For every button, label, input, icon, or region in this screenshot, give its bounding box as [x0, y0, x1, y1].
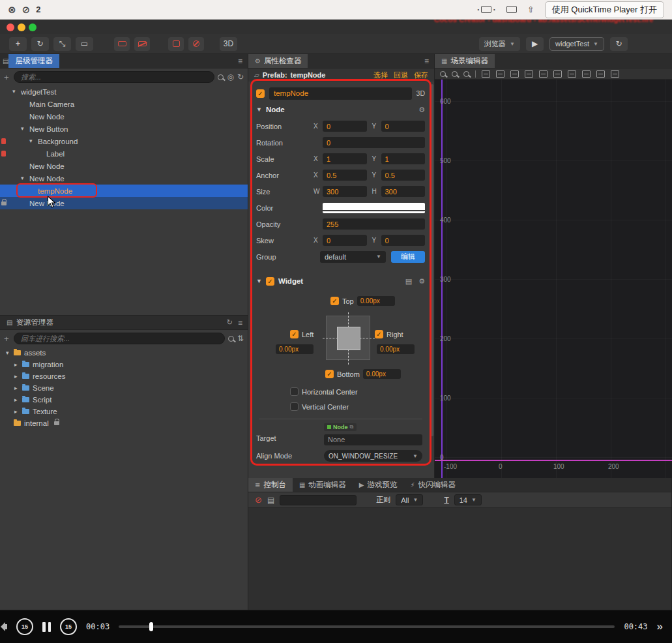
hierarchy-item-new-node[interactable]: New Node: [0, 110, 248, 123]
volume-icon[interactable]: [4, 624, 7, 629]
expand-arrow-icon[interactable]: ▾: [29, 138, 33, 144]
widget-section-header[interactable]: ▼ ✓ Widget ▤ ⚙: [256, 273, 425, 290]
zoom-out-icon[interactable]: [452, 71, 458, 77]
rotation-input[interactable]: [323, 137, 425, 148]
prefab-save-link[interactable]: 保存: [414, 70, 428, 80]
widget-left-input[interactable]: [276, 344, 314, 354]
expand-arrow-icon[interactable]: ▸: [14, 408, 18, 415]
expand-arrow-icon[interactable]: ▾: [12, 88, 16, 95]
asset-item-migration[interactable]: ▸migration: [0, 359, 248, 370]
panel-menu-icon[interactable]: ≡: [238, 318, 242, 327]
assets-search-input[interactable]: [14, 333, 225, 344]
hierarchy-item-widgettest[interactable]: ▾widgetTest: [0, 85, 248, 98]
node-active-checkbox[interactable]: ✓: [256, 89, 265, 98]
scale-tool-button[interactable]: ⤡: [53, 37, 71, 51]
rewind-15-button[interactable]: 15: [16, 618, 33, 635]
display-icon[interactable]: ··: [477, 5, 496, 14]
scale-y-input[interactable]: [381, 153, 426, 164]
expand-arrow-icon[interactable]: ▸: [14, 361, 18, 368]
horizontal-center-checkbox[interactable]: ✓: [290, 387, 299, 396]
inspector-scrollbar[interactable]: [431, 84, 433, 436]
mask-tool-button[interactable]: [134, 37, 150, 51]
forward-15-button[interactable]: 15: [60, 618, 77, 635]
color-swatch[interactable]: [323, 203, 425, 213]
anchor-x-input[interactable]: [323, 170, 367, 181]
tab-scene[interactable]: ▦ 场景编辑器: [435, 54, 495, 68]
search-icon[interactable]: [218, 74, 224, 80]
panel-menu-icon[interactable]: ≡: [238, 57, 242, 66]
widget-enabled-checkbox[interactable]: ✓: [266, 277, 274, 286]
search-icon[interactable]: [228, 336, 234, 342]
locate-icon[interactable]: ◎: [227, 72, 233, 82]
size-w-input[interactable]: [323, 186, 367, 197]
gear-icon[interactable]: ⚙: [418, 106, 425, 114]
asset-item-resources[interactable]: ▸resources: [0, 370, 248, 382]
position-x-input[interactable]: [323, 121, 367, 132]
sync-assets-icon[interactable]: ↻: [227, 318, 233, 327]
font-size-dropdown[interactable]: 14▼: [454, 494, 482, 505]
skew-y-input[interactable]: [381, 235, 426, 246]
align-left-icon[interactable]: [525, 70, 533, 78]
hierarchy-item-new-button[interactable]: ▾New Button: [0, 123, 248, 135]
preview-target-dropdown[interactable]: 浏览器▼: [479, 37, 520, 51]
move-tool-button[interactable]: +: [9, 37, 27, 51]
pause-button[interactable]: [42, 622, 51, 632]
seek-slider[interactable]: [119, 625, 615, 628]
tab-animation-editor[interactable]: ▦动画编辑器: [293, 478, 353, 492]
align-middle-icon[interactable]: [496, 70, 504, 78]
zoom-in-icon[interactable]: [440, 71, 446, 77]
zoom-window-button[interactable]: [29, 23, 37, 31]
log-level-dropdown[interactable]: All▼: [396, 494, 423, 505]
fast-forward-icon[interactable]: »: [657, 620, 663, 633]
widget-bottom-input[interactable]: [363, 369, 401, 379]
seek-slider-thumb[interactable]: [149, 622, 153, 631]
toggle-3d-button[interactable]: 3D: [220, 37, 237, 51]
position-y-input[interactable]: [381, 121, 426, 132]
stretch-vertical-icon[interactable]: [611, 70, 619, 78]
distribute-horizontal-icon[interactable]: [568, 70, 576, 78]
console-filter-input[interactable]: [280, 495, 357, 505]
zoom-reset-icon[interactable]: [463, 71, 469, 77]
collapse-arrow-icon[interactable]: ▼: [256, 278, 262, 284]
prefab-select-link[interactable]: 选择: [373, 70, 388, 80]
rotate-tool-button[interactable]: ↻: [31, 37, 49, 51]
asset-item-script[interactable]: ▸Script: [0, 394, 248, 406]
stretch-horizontal-icon[interactable]: [596, 70, 605, 78]
widget-bottom-checkbox[interactable]: ✓: [325, 370, 334, 378]
node-name-input[interactable]: [269, 87, 412, 100]
asset-item-assets[interactable]: ▾assets: [0, 347, 248, 359]
gear-icon[interactable]: ⚙: [418, 277, 425, 286]
align-mode-dropdown[interactable]: ON_WINDOW_RESIZE▼: [324, 450, 422, 462]
minimize-window-button[interactable]: [18, 23, 25, 31]
widget-top-input[interactable]: [357, 296, 395, 306]
prefab-revert-link[interactable]: 回退: [394, 70, 408, 80]
scene-canvas[interactable]: 6005004003002001000 -1000100200: [435, 80, 672, 478]
help-doc-icon[interactable]: ▤: [405, 277, 412, 286]
hierarchy-item-new-node[interactable]: New Node: [0, 197, 248, 209]
curve-tool-button[interactable]: [114, 37, 130, 51]
asset-item-texture[interactable]: ▸Texture: [0, 406, 248, 417]
size-h-input[interactable]: [381, 186, 426, 197]
hierarchy-item-label[interactable]: Label: [0, 147, 248, 160]
anchor-y-input[interactable]: [381, 170, 426, 181]
node-section-header[interactable]: ▼ Node ⚙: [256, 101, 425, 118]
play-button[interactable]: ▶: [526, 37, 544, 51]
record-tool-button[interactable]: [188, 37, 204, 51]
scale-x-input[interactable]: [323, 153, 367, 164]
group-dropdown[interactable]: default▼: [320, 251, 386, 263]
align-center-icon[interactable]: [539, 70, 548, 78]
target-input[interactable]: [324, 434, 422, 445]
collapse-arrow-icon[interactable]: ▼: [256, 106, 262, 113]
clear-console-icon[interactable]: ⊘: [255, 495, 262, 505]
window-icon[interactable]: [506, 6, 517, 13]
hierarchy-item-new-node[interactable]: New Node: [0, 160, 248, 172]
tab-game-preview[interactable]: ▶游戏预览: [353, 478, 404, 492]
widget-top-checkbox[interactable]: ✓: [330, 297, 339, 305]
hierarchy-item-background[interactable]: ▾Background: [0, 135, 248, 147]
widget-right-input[interactable]: [377, 344, 415, 354]
align-right-icon[interactable]: [553, 70, 562, 78]
add-asset-button[interactable]: +: [4, 334, 10, 344]
open-with-quicktime-button[interactable]: 使用 QuickTime Player 打开: [545, 1, 664, 18]
opacity-input[interactable]: [323, 218, 425, 230]
expand-arrow-icon[interactable]: ▾: [6, 350, 9, 356]
